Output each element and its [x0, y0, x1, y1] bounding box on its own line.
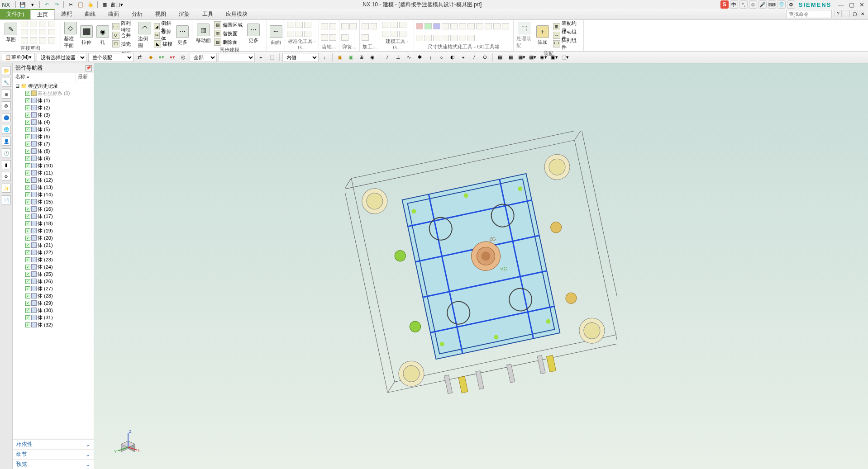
- window-menu[interactable]: 窗口▾: [110, 0, 123, 9]
- doc-minimize-icon[interactable]: _: [843, 10, 850, 17]
- model-tool-2[interactable]: [391, 22, 398, 28]
- move-face-button[interactable]: ▦移动面: [194, 23, 212, 45]
- tree-body-3[interactable]: ✓ 体 (3): [13, 111, 94, 118]
- dim-tool-4[interactable]: [442, 23, 449, 29]
- tree-body-23[interactable]: ✓ 体 (23): [13, 256, 94, 263]
- disp-icon-5[interactable]: ◉▾: [539, 53, 548, 62]
- snap-icon-1[interactable]: /: [383, 53, 392, 62]
- std-tool-4[interactable]: [287, 31, 294, 37]
- model-tool-3[interactable]: [399, 22, 406, 28]
- array-component-button[interactable]: ⋮⋮阵列组件: [552, 40, 582, 48]
- delete-face-button[interactable]: ▨删除面: [213, 38, 243, 46]
- process-icon[interactable]: ⚙: [2, 172, 11, 181]
- save-icon[interactable]: 💾: [19, 0, 27, 9]
- disp-icon-1[interactable]: ▦: [496, 53, 505, 62]
- pattern-button[interactable]: ⋮⋮阵列特征: [111, 23, 136, 31]
- opt-icon-3[interactable]: ●▾: [157, 53, 166, 62]
- offset-tool[interactable]: [39, 37, 46, 43]
- tab-home[interactable]: 主页: [30, 9, 55, 19]
- draft-button[interactable]: ◣拔模: [153, 40, 174, 48]
- dim-tool-11[interactable]: [502, 23, 509, 29]
- tree-body-4[interactable]: ✓ 体 (4): [13, 118, 94, 126]
- tree-body-1[interactable]: ✓ 体 (1): [13, 97, 94, 104]
- tree-body-11[interactable]: ✓ 体 (11): [13, 169, 94, 176]
- tree-body-24[interactable]: ✓ 体 (24): [13, 263, 94, 270]
- browser-icon[interactable]: 🌐: [2, 125, 11, 134]
- cut-icon[interactable]: ✂: [67, 0, 75, 9]
- tree-body-15[interactable]: ✓ 体 (15): [13, 198, 94, 205]
- replace-face-button[interactable]: ▥替换面: [213, 29, 243, 38]
- tab-view[interactable]: 视图: [149, 9, 172, 19]
- snap-icon-9[interactable]: /: [470, 53, 479, 62]
- doc-close-icon[interactable]: ✕: [859, 10, 866, 17]
- model-tool-5[interactable]: [391, 31, 398, 37]
- tree-body-7[interactable]: ✓ 体 (7): [13, 140, 94, 147]
- circle-tool[interactable]: [39, 21, 46, 27]
- reuse-icon[interactable]: ♻: [2, 101, 11, 110]
- tree-body-9[interactable]: ✓ 体 (9): [13, 155, 94, 162]
- history-icon[interactable]: 🕐: [2, 148, 11, 157]
- opt-icon-5[interactable]: ◎: [179, 53, 188, 62]
- filter-select[interactable]: 没有选择过滤器: [37, 53, 86, 62]
- dim-tool-13[interactable]: [424, 35, 432, 41]
- tree-body-29[interactable]: ✓ 体 (29): [13, 299, 94, 307]
- dim-tool-8[interactable]: [476, 23, 483, 29]
- snap-icon-5[interactable]: ↑: [426, 53, 435, 62]
- sync-more-button[interactable]: ⋯更多: [244, 23, 262, 45]
- tab-render[interactable]: 渲染: [172, 9, 196, 19]
- tree-body-6[interactable]: ✓ 体 (6): [13, 133, 94, 140]
- sketch-button[interactable]: ✎草图: [2, 22, 20, 44]
- spring-tool-2[interactable]: [349, 23, 357, 29]
- dim-tool-7[interactable]: [467, 23, 475, 29]
- view-icon-2[interactable]: ▣: [346, 53, 355, 62]
- snap-icon-10[interactable]: ⊙: [481, 53, 490, 62]
- tab-analysis[interactable]: 分析: [125, 9, 149, 19]
- tree-body-31[interactable]: ✓ 体 (31): [13, 314, 94, 321]
- std-tool-6[interactable]: [304, 31, 311, 37]
- help-icon[interactable]: ?: [835, 10, 842, 17]
- disp-icon-2[interactable]: ▦: [506, 53, 515, 62]
- spline-tool[interactable]: [30, 29, 37, 35]
- spring-tool-1[interactable]: [341, 23, 348, 29]
- minimize-icon[interactable]: —: [838, 1, 844, 8]
- section-preview[interactable]: 预览⌄: [13, 459, 94, 469]
- view-triad[interactable]: X Y Z: [112, 428, 139, 455]
- dim-tool-18[interactable]: [467, 35, 475, 41]
- opt-icon-6[interactable]: +: [257, 53, 266, 62]
- scope-select[interactable]: 全部: [190, 53, 217, 62]
- ime-settings-icon[interactable]: ⚙: [787, 0, 795, 9]
- 3d-viewport[interactable]: ZC YC X Y Z: [94, 63, 868, 469]
- dim-tool-2[interactable]: [424, 23, 432, 29]
- unite-button[interactable]: ∪合并: [111, 31, 136, 39]
- dim-tool-12[interactable]: [416, 35, 423, 41]
- offset-region-button[interactable]: ▤偏置区域: [213, 21, 243, 29]
- tree-body-20[interactable]: ✓ 体 (20): [13, 234, 94, 242]
- dropdown-icon[interactable]: ▾: [29, 0, 37, 9]
- col-new[interactable]: 最新: [76, 73, 94, 82]
- dim-tool-1[interactable]: [416, 23, 423, 29]
- command-search-input[interactable]: [787, 10, 832, 18]
- model-tool-1[interactable]: [382, 22, 389, 28]
- arc-tool[interactable]: [21, 29, 28, 35]
- dim-tool-17[interactable]: [459, 35, 466, 41]
- doc-restore-icon[interactable]: ▢: [851, 10, 858, 17]
- redo-icon[interactable]: ↷: [52, 0, 61, 9]
- undo-icon[interactable]: ↶: [43, 0, 51, 9]
- tree-body-26[interactable]: ✓ 体 (26): [13, 278, 94, 285]
- edge-blend-button[interactable]: ◠边倒圆: [137, 21, 153, 50]
- add-component-button[interactable]: +添加: [534, 24, 552, 47]
- more-sketch-tool[interactable]: [48, 37, 55, 43]
- assembly-select[interactable]: 整个装配: [88, 53, 134, 62]
- std-tool-2[interactable]: [296, 22, 303, 28]
- view-icon-3[interactable]: ⊞: [357, 53, 366, 62]
- dim-tool-9[interactable]: [485, 23, 492, 29]
- dim-tool-6[interactable]: [459, 23, 466, 29]
- rect-tool[interactable]: [30, 21, 37, 27]
- tree-body-2[interactable]: ✓ 体 (2): [13, 104, 94, 111]
- pin-icon[interactable]: 📌: [86, 65, 92, 71]
- tree-body-16[interactable]: ✓ 体 (16): [13, 205, 94, 213]
- opt-icon-7[interactable]: ⬚: [267, 53, 277, 62]
- gear-tool-4[interactable]: [329, 34, 336, 41]
- ime-keyboard-icon[interactable]: ⌨: [768, 0, 776, 9]
- mach-tool-3[interactable]: [362, 34, 369, 41]
